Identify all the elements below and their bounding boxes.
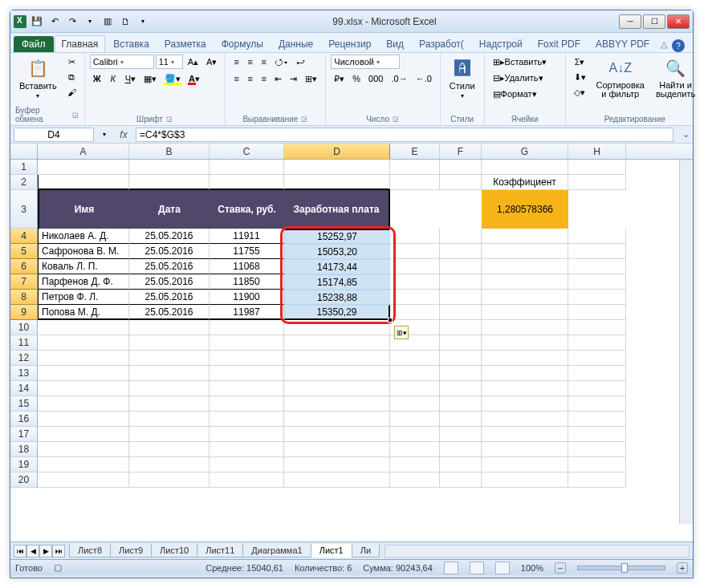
bold-button[interactable]: Ж bbox=[90, 71, 104, 86]
cell[interactable] bbox=[482, 351, 568, 366]
format-cells-button[interactable]: ▤ Формат ▾ bbox=[490, 87, 560, 101]
row-header-12[interactable]: 12 bbox=[10, 351, 38, 366]
insert-cells-button[interactable]: ⊞▸ Вставить ▾ bbox=[490, 55, 560, 69]
cell[interactable]: 25.05.2016 bbox=[129, 290, 210, 305]
cell[interactable] bbox=[568, 259, 626, 274]
cell[interactable]: 14173,44 bbox=[284, 259, 390, 274]
cell[interactable] bbox=[284, 351, 390, 366]
cell[interactable] bbox=[568, 290, 626, 305]
file-tab[interactable]: Файл bbox=[14, 36, 54, 52]
sheet-tab[interactable]: Лист8 bbox=[69, 544, 111, 558]
font-name-combo[interactable]: Calibri bbox=[90, 55, 154, 69]
cell[interactable] bbox=[440, 366, 482, 381]
cell[interactable] bbox=[390, 427, 440, 442]
cell[interactable] bbox=[568, 396, 626, 412]
cell[interactable] bbox=[482, 274, 568, 290]
cell[interactable] bbox=[568, 175, 626, 190]
percent-button[interactable]: % bbox=[349, 71, 364, 86]
coef-value-cell[interactable]: 1,280578366 bbox=[482, 190, 568, 229]
cell[interactable] bbox=[284, 366, 390, 381]
row-header-9[interactable]: 9 bbox=[10, 305, 38, 320]
cell[interactable] bbox=[390, 381, 440, 396]
find-select-button[interactable]: 🔍 Найти и выделить bbox=[652, 55, 699, 101]
tab-home[interactable]: Главная bbox=[55, 35, 106, 52]
cell[interactable] bbox=[568, 457, 626, 472]
row-header-14[interactable]: 14 bbox=[10, 381, 38, 396]
align-center-button[interactable]: ≡ bbox=[244, 71, 256, 86]
row-header-18[interactable]: 18 bbox=[10, 442, 38, 457]
sort-filter-button[interactable]: A↓Z Сортировка и фильтр bbox=[592, 55, 649, 101]
cell[interactable]: Петров Ф. Л. bbox=[38, 290, 129, 305]
cell[interactable] bbox=[38, 412, 129, 427]
fill-button[interactable]: ⬇▾ bbox=[571, 70, 589, 84]
view-page-layout-button[interactable] bbox=[470, 562, 484, 574]
font-color-button[interactable]: A▾ bbox=[185, 71, 203, 86]
increase-indent-button[interactable]: ⇥ bbox=[287, 71, 300, 86]
cell[interactable] bbox=[440, 427, 482, 442]
cell[interactable] bbox=[129, 472, 210, 488]
cell[interactable] bbox=[482, 427, 568, 442]
row-header-15[interactable]: 15 bbox=[10, 396, 38, 412]
cell[interactable]: 15238,88 bbox=[284, 290, 390, 305]
print-preview-button[interactable]: 🗋 bbox=[118, 14, 132, 29]
cell[interactable] bbox=[38, 335, 129, 351]
cell[interactable]: 11911 bbox=[210, 229, 284, 244]
cell[interactable] bbox=[390, 244, 440, 259]
sheet-nav-next[interactable]: ▶ bbox=[39, 545, 52, 558]
currency-button[interactable]: ₽▾ bbox=[331, 71, 348, 86]
cell[interactable]: 25.05.2016 bbox=[129, 274, 210, 290]
cell[interactable] bbox=[568, 442, 626, 457]
cell[interactable]: Николаев А. Д. bbox=[38, 229, 129, 244]
cell[interactable] bbox=[129, 320, 210, 335]
cell[interactable] bbox=[440, 412, 482, 427]
paste-button[interactable]: 📋 Вставить ▾ bbox=[15, 55, 61, 102]
cell[interactable]: 15252,97 bbox=[284, 229, 390, 244]
namebox-dropdown[interactable]: ▾ bbox=[97, 128, 112, 142]
cell[interactable] bbox=[284, 381, 390, 396]
cell[interactable] bbox=[284, 457, 390, 472]
cell[interactable]: 15053,20 bbox=[284, 244, 390, 259]
cell[interactable] bbox=[568, 472, 626, 488]
cell[interactable]: 25.05.2016 bbox=[129, 244, 210, 259]
autosum-button[interactable]: Σ▾ bbox=[571, 55, 589, 69]
row-header-7[interactable]: 7 bbox=[10, 274, 38, 290]
cell[interactable] bbox=[390, 412, 440, 427]
cell[interactable]: 25.05.2016 bbox=[129, 259, 210, 274]
cell[interactable] bbox=[482, 305, 568, 320]
cell[interactable] bbox=[390, 160, 440, 175]
row-header-4[interactable]: 4 bbox=[10, 229, 38, 244]
th-rate[interactable]: Ставка, руб. bbox=[210, 190, 284, 229]
cell[interactable] bbox=[568, 160, 626, 175]
cell[interactable] bbox=[210, 457, 284, 472]
cut-button[interactable]: ✂ bbox=[64, 55, 79, 69]
cell[interactable] bbox=[129, 160, 210, 175]
tab-insert[interactable]: Вставка bbox=[106, 35, 157, 52]
cell[interactable] bbox=[440, 175, 482, 190]
cell[interactable] bbox=[482, 442, 568, 457]
cell[interactable] bbox=[129, 427, 210, 442]
cell[interactable] bbox=[129, 366, 210, 381]
cell[interactable] bbox=[210, 442, 284, 457]
cell[interactable] bbox=[482, 335, 568, 351]
cell[interactable] bbox=[38, 442, 129, 457]
tab-view[interactable]: Вид bbox=[379, 35, 411, 52]
cell[interactable] bbox=[568, 412, 626, 427]
help-button[interactable]: ? bbox=[672, 39, 685, 52]
tab-foxit[interactable]: Foxit PDF bbox=[531, 35, 588, 52]
autofill-options-button[interactable]: ⊞▾ bbox=[394, 326, 409, 339]
cell[interactable] bbox=[440, 259, 482, 274]
cell[interactable] bbox=[38, 320, 129, 335]
row-header-6[interactable]: 6 bbox=[10, 259, 38, 274]
decrease-decimal-button[interactable]: ←.0 bbox=[413, 71, 435, 86]
cell[interactable] bbox=[482, 366, 568, 381]
comma-button[interactable]: 000 bbox=[365, 71, 386, 86]
name-box[interactable]: D4 bbox=[14, 128, 94, 142]
cell[interactable] bbox=[284, 160, 390, 175]
cell[interactable] bbox=[38, 427, 129, 442]
cell[interactable] bbox=[568, 351, 626, 366]
sheet-nav-first[interactable]: ⏮ bbox=[14, 545, 26, 558]
zoom-out-button[interactable]: − bbox=[555, 562, 566, 574]
col-header-D[interactable]: D bbox=[284, 144, 390, 159]
cell[interactable]: 11987 bbox=[210, 305, 284, 320]
cell[interactable] bbox=[390, 305, 440, 320]
